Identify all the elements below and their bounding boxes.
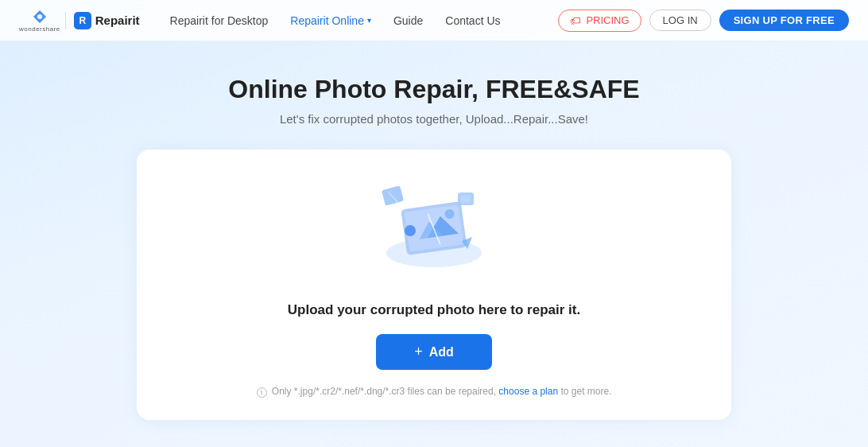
upload-card: Upload your corrupted photo here to repa…: [137, 150, 731, 420]
svg-point-0: [37, 14, 42, 19]
wondershare-icon: [29, 9, 51, 25]
upload-illustration: [370, 173, 498, 285]
repairit-name: Repairit: [95, 14, 140, 27]
brand-logo: wondershare R Repairit: [19, 9, 140, 33]
main-content: Online Photo Repair, FREE&SAFE Let's fix…: [0, 41, 868, 420]
repairit-logo: R Repairit: [65, 12, 140, 29]
page-subtitle: Let's fix corrupted photos together, Upl…: [280, 112, 588, 126]
nav-actions: 🏷 PRICING LOG IN SIGN UP FOR FREE: [558, 10, 849, 32]
repairit-icon: R: [74, 12, 91, 29]
navbar: wondershare R Repairit Repairit for Desk…: [0, 0, 868, 41]
nav-online[interactable]: Repairit Online ▾: [279, 0, 382, 41]
upload-prompt: Upload your corrupted photo here to repa…: [288, 302, 580, 318]
add-button[interactable]: + Add: [376, 334, 492, 370]
chevron-down-icon: ▾: [367, 16, 371, 25]
svg-point-10: [405, 225, 416, 236]
nav-guide[interactable]: Guide: [382, 0, 434, 41]
add-label: Add: [429, 345, 454, 360]
page-title: Online Photo Repair, FREE&SAFE: [228, 75, 639, 104]
svg-rect-8: [382, 186, 404, 207]
signup-button[interactable]: SIGN UP FOR FREE: [719, 10, 849, 31]
tag-icon: 🏷: [570, 14, 581, 27]
svg-rect-12: [461, 196, 471, 202]
nav-links: Repairit for Desktop Repairit Online ▾ G…: [159, 0, 552, 41]
pricing-button[interactable]: 🏷 PRICING: [558, 10, 641, 32]
file-note: i Only *.jpg/*.cr2/*.nef/*.dng/*.cr3 fil…: [257, 386, 612, 397]
nav-contact[interactable]: Contact Us: [434, 0, 511, 41]
wondershare-logo: wondershare: [19, 9, 60, 33]
choose-plan-link[interactable]: choose a plan: [498, 386, 558, 397]
wondershare-label: wondershare: [19, 25, 60, 33]
login-button[interactable]: LOG IN: [649, 10, 711, 31]
nav-desktop[interactable]: Repairit for Desktop: [159, 0, 280, 41]
plus-icon: +: [414, 344, 423, 360]
info-icon: i: [257, 387, 267, 398]
